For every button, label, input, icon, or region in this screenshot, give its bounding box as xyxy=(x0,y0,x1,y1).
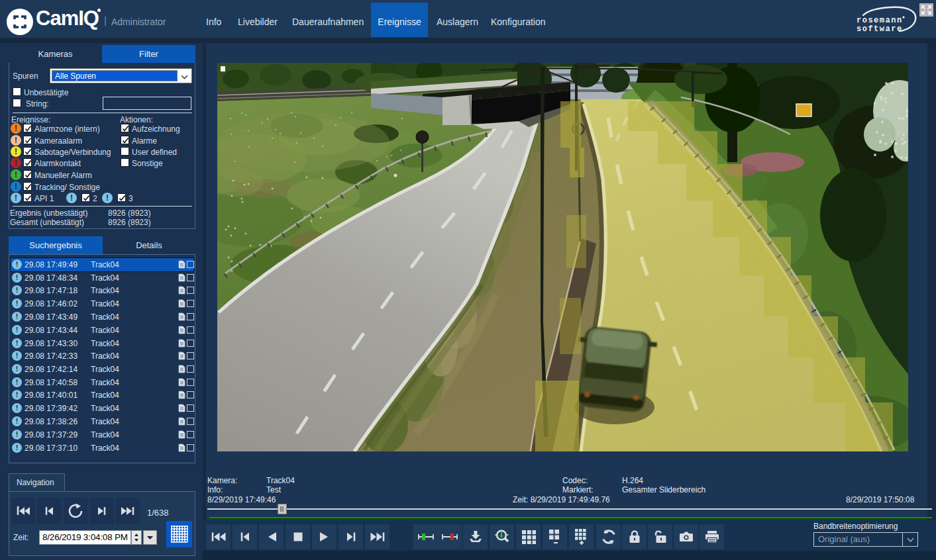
svg-text:software: software xyxy=(857,24,903,34)
svg-text:rosemann: rosemann xyxy=(857,16,903,25)
